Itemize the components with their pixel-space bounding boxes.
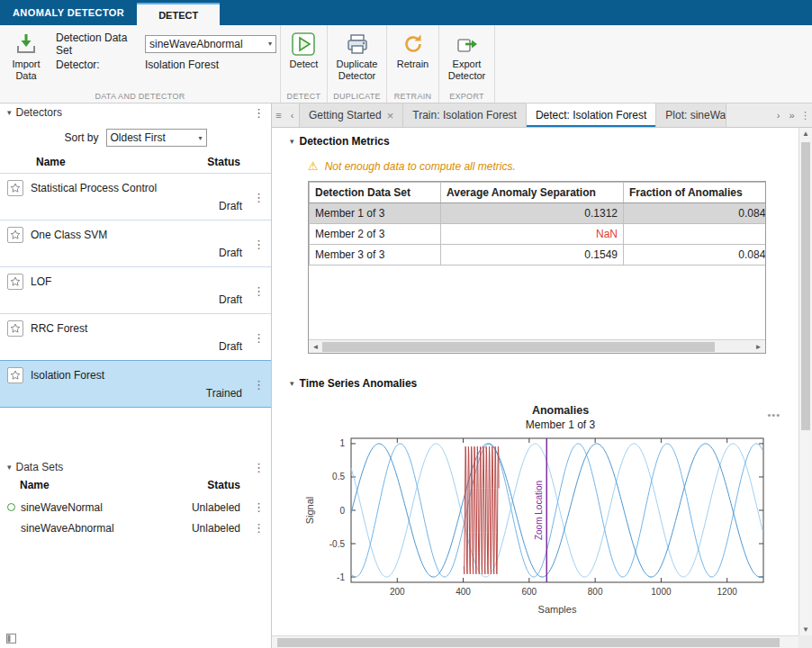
favorite-star-icon[interactable] [7, 320, 23, 337]
detector-menu-icon[interactable]: ⋮ [253, 237, 264, 250]
metrics-warning: ⚠ Not enough data to compute all metrics… [308, 159, 798, 173]
cell-data-set: Member 3 of 3 [310, 245, 441, 266]
tab-getting-started[interactable]: Getting Started × [299, 104, 403, 127]
chart-subtitle: Member 1 of 3 [301, 418, 782, 431]
favorite-star-icon[interactable] [7, 274, 23, 290]
detector-menu-icon[interactable]: ⋮ [253, 377, 264, 391]
scroll-tabs-right-icon[interactable]: › [771, 104, 785, 127]
scroll-right-icon[interactable]: ► [752, 343, 765, 351]
col-status: Status [207, 479, 240, 491]
detection-metrics-header[interactable]: ▾ Detection Metrics [272, 128, 798, 148]
close-icon[interactable]: × [387, 109, 394, 122]
dataset-item-sinewaveabnormal[interactable]: sineWaveAbnormal Unlabeled ⋮ [0, 518, 271, 538]
section-label-duplicate: DUPLICATE [328, 92, 386, 101]
svg-text:-0.5: -0.5 [329, 539, 346, 549]
favorite-star-icon[interactable] [7, 227, 23, 243]
detector-item-one-class-svm[interactable]: One Class SVM Draft ⋮ [0, 220, 271, 267]
detector-status: Draft [219, 293, 242, 306]
scrollbar-thumb[interactable] [801, 142, 810, 430]
detector-item-statistical-process-control[interactable]: Statistical Process Control Draft ⋮ [0, 173, 271, 220]
detector-item-isolation-forest[interactable]: Isolation Forest Trained ⋮ [0, 360, 271, 408]
table-horizontal-scrollbar[interactable]: ◄ ► [309, 339, 765, 353]
cell-separation: 0.1549 [441, 245, 624, 266]
scroll-down-icon[interactable]: ▼ [799, 626, 812, 634]
detector-item-lof[interactable]: LOF Draft ⋮ [0, 266, 271, 314]
detect-button[interactable]: Detect [287, 30, 321, 88]
table-row-member-3[interactable]: Member 3 of 3 0.1549 0.0846 [310, 245, 767, 266]
detector-label: Detector: [56, 58, 145, 71]
detector-status: Trained [206, 387, 242, 400]
table-header-row: Detection Data Set Average Anomaly Separ… [310, 183, 767, 203]
time-series-anomalies-header[interactable]: ▾ Time Series Anomalies [272, 354, 798, 390]
scrollbar-thumb[interactable] [322, 342, 715, 352]
tab-label: Plot: sineWa [665, 109, 726, 122]
retrain-button[interactable]: Retrain [394, 30, 431, 88]
tab-plot-sinewaveabnormal[interactable]: Plot: sineWa [656, 104, 726, 127]
minimize-panel-icon[interactable] [6, 634, 16, 646]
collapse-icon: ▾ [7, 108, 12, 117]
favorite-star-icon[interactable] [7, 367, 23, 383]
cell-separation: NaN [441, 224, 624, 245]
import-data-button[interactable]: Import Data [4, 30, 49, 88]
scroll-up-icon[interactable]: ▲ [799, 130, 812, 138]
datasets-panel-header[interactable]: ▾ Data Sets ⋮ [0, 458, 271, 476]
detector-menu-icon[interactable]: ⋮ [253, 284, 264, 297]
export-detector-label: Export Detector [446, 58, 488, 81]
section-label-detect: DETECT [281, 92, 327, 101]
svg-text:400: 400 [456, 587, 471, 597]
warning-icon: ⚠ [308, 159, 319, 173]
scroll-tabs-left-icon[interactable]: ‹ [285, 104, 299, 127]
detector-item-rrc-forest[interactable]: RRC Forest Draft ⋮ [0, 313, 271, 361]
document-actions-icon[interactable]: ⋮ [798, 104, 812, 127]
dataset-item-sinewavenormal[interactable]: sineWaveNormal Unlabeled ⋮ [0, 497, 271, 518]
dataset-name: sineWaveAbnormal [21, 522, 114, 535]
scrollbar-thumb[interactable] [277, 638, 780, 647]
detectors-panel-header[interactable]: ▾ Detectors ⋮ [0, 104, 271, 122]
datasets-panel-menu-icon[interactable]: ⋮ [253, 461, 264, 474]
tab-list-icon[interactable]: ≡ [272, 104, 285, 127]
dataset-menu-icon[interactable]: ⋮ [253, 500, 264, 514]
svg-text:600: 600 [522, 587, 537, 597]
retrain-label: Retrain [397, 58, 429, 70]
anomalies-plot[interactable]: 20040060080010001200-1-0.500.51Zoom Loca… [301, 433, 782, 629]
sort-dropdown[interactable]: Oldest First ▾ [106, 129, 207, 147]
section-label-data-and-detector: DATA AND DETECTOR [0, 92, 280, 101]
app-title: ANOMALY DETECTOR [0, 0, 137, 25]
collapse-icon: ▾ [290, 137, 294, 146]
tab-train-isolation-forest[interactable]: Train: Isolation Forest [403, 104, 527, 127]
metrics-table: Detection Data Set Average Anomaly Separ… [308, 181, 766, 354]
status-bar [0, 632, 271, 648]
detectors-panel-menu-icon[interactable]: ⋮ [253, 106, 264, 120]
cell-fraction: 0.0846 [624, 203, 767, 224]
plot-options-button[interactable]: ••• [767, 410, 780, 420]
chevron-down-icon: ▾ [268, 40, 272, 48]
col-header-average-anomaly-separation[interactable]: Average Anomaly Separation [441, 183, 624, 203]
document-area: ≡ ‹ Getting Started × Train: Isolation F… [272, 104, 812, 648]
dataset-name: sineWaveNormal [21, 501, 103, 514]
detector-menu-icon[interactable]: ⋮ [253, 330, 264, 344]
detector-status: Draft [219, 340, 242, 353]
export-detector-button[interactable]: Export Detector [443, 30, 491, 88]
scroll-left-icon[interactable]: ◄ [309, 343, 322, 351]
horizontal-scrollbar[interactable] [272, 635, 798, 648]
import-data-icon [14, 32, 38, 57]
tab-detect-isolation-forest[interactable]: Detect: Isolation Forest [527, 104, 656, 127]
vertical-scrollbar[interactable]: ▲ ▼ [798, 128, 812, 635]
scroll-tabs-end-icon[interactable]: » [785, 104, 798, 127]
duplicate-detector-button[interactable]: Duplicate Detector [331, 30, 383, 88]
cell-data-set: Member 2 of 3 [310, 224, 441, 245]
collapse-icon: ▾ [290, 379, 294, 388]
table-row-member-1[interactable]: Member 1 of 3 0.1312 0.0846 [310, 203, 767, 224]
data-set-value: sineWaveAbnormal [149, 38, 243, 50]
svg-text:-1: -1 [337, 572, 345, 582]
col-header-detection-data-set[interactable]: Detection Data Set [310, 183, 441, 203]
data-set-dropdown[interactable]: sineWaveAbnormal ▾ [145, 35, 276, 53]
tab-detect-ribbon[interactable]: DETECT [137, 3, 220, 25]
dataset-menu-icon[interactable]: ⋮ [253, 521, 264, 535]
left-panel: ▾ Detectors ⋮ Sort by Oldest First ▾ Nam… [0, 104, 272, 648]
table-row-member-2[interactable]: Member 2 of 3 NaN 0 [310, 224, 767, 245]
detector-menu-icon[interactable]: ⋮ [253, 190, 264, 203]
col-header-fraction-of-anomalies[interactable]: Fraction of Anomalies [624, 183, 767, 203]
app-tab-strip: ANOMALY DETECTOR DETECT [0, 0, 812, 25]
favorite-star-icon[interactable] [7, 180, 23, 196]
